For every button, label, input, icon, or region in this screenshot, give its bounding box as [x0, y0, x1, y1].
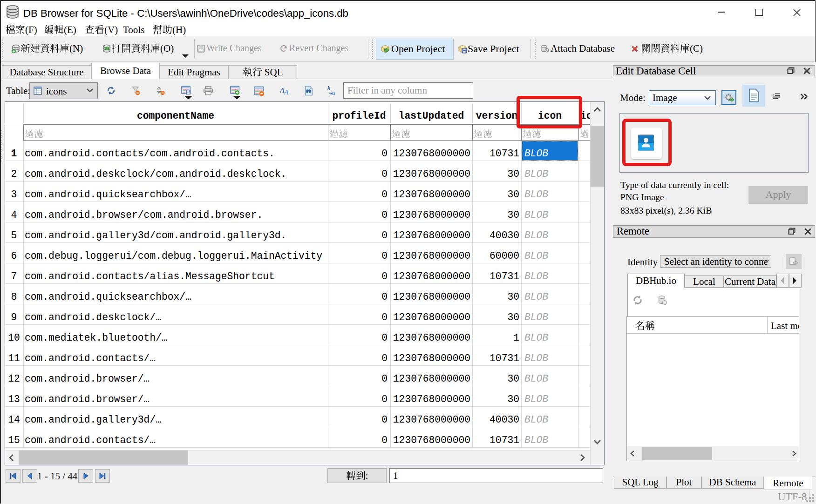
- svg-text:A: A: [284, 88, 289, 96]
- svg-text:b: b: [327, 86, 330, 92]
- svg-text:a: a: [332, 89, 335, 96]
